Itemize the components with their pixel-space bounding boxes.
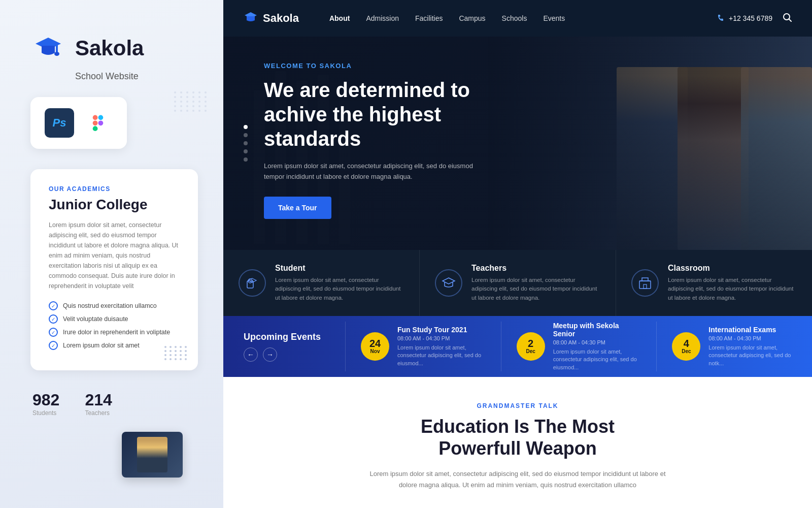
svg-rect-7 bbox=[98, 120, 104, 125]
event-desc-3: Lorem ipsum dolor sit amet, consectetur … bbox=[708, 344, 797, 367]
event-time-2: 08:00 AM - 04:30 PM bbox=[553, 339, 641, 345]
site-navbar: Sakola About Admission Facilities Campus… bbox=[223, 0, 812, 37]
events-list: 24 Nov Fun Study Tour 2021 08:00 AM - 04… bbox=[345, 322, 812, 371]
events-next-button[interactable]: → bbox=[263, 347, 277, 362]
photoshop-icon: Ps bbox=[45, 108, 74, 138]
grandmaster-description: Lorem ipsum dolor sit amet, consectetur … bbox=[360, 468, 675, 491]
svg-point-10 bbox=[784, 14, 790, 20]
event-title-2: Meetup with Sekola Senior bbox=[553, 322, 641, 338]
stat-teachers: 214 Teachers bbox=[85, 391, 112, 417]
site-logo-text: Sakola bbox=[263, 12, 299, 25]
event-date-badge-2: 2 Dec bbox=[517, 332, 545, 361]
stat-students: 982 Students bbox=[32, 391, 59, 417]
grandmaster-label: GRANDMASTER TALK bbox=[477, 402, 558, 409]
event-info-3: International Exams 08:00 AM - 04:30 PM … bbox=[708, 326, 797, 367]
search-icon[interactable] bbox=[783, 13, 792, 24]
checklist-item: Quis nostrud exercitation ullamco bbox=[49, 301, 180, 310]
check-icon bbox=[49, 328, 58, 337]
students-label: Students bbox=[32, 409, 59, 417]
event-info-2: Meetup with Sekola Senior 08:00 AM - 04:… bbox=[553, 322, 641, 371]
event-date-num-2: 2 bbox=[528, 338, 533, 348]
event-date-badge-3: 4 Dec bbox=[672, 332, 700, 361]
info-classroom-title: Classroom bbox=[668, 264, 797, 273]
right-panel: Sakola About Admission Facilities Campus… bbox=[223, 0, 812, 508]
nav-link-schools[interactable]: Schools bbox=[502, 14, 527, 22]
event-desc-2: Lorem ipsum dolor sit amet, consectetur … bbox=[553, 348, 641, 371]
events-navigation: ← → bbox=[244, 347, 345, 362]
info-student: Student Lorem ipsum dolor sit amet, cons… bbox=[223, 250, 420, 316]
event-title-3: International Exams bbox=[708, 326, 797, 334]
academics-label: OUR ACADEMICS bbox=[49, 185, 180, 193]
take-tour-button[interactable]: Take a Tour bbox=[264, 197, 331, 219]
site-nav-links: About Admission Facilities Campus School… bbox=[329, 14, 717, 22]
check-icon bbox=[49, 301, 58, 310]
nav-link-campus[interactable]: Campus bbox=[459, 14, 485, 22]
teachers-icon bbox=[435, 269, 462, 297]
events-section: Upcoming Events ← → 24 Nov Fun Study Tou… bbox=[223, 316, 812, 377]
site-logo: Sakola bbox=[244, 11, 299, 25]
info-teachers-desc: Lorem ipsum dolor sit amet, consectetur … bbox=[471, 276, 600, 302]
hero-content: WELCOME TO SAKOLA We are determined to a… bbox=[264, 62, 487, 219]
academics-card: OUR ACADEMICS Junior College Lorem ipsum… bbox=[30, 169, 198, 370]
info-student-title: Student bbox=[275, 264, 404, 273]
nav-link-about[interactable]: About bbox=[329, 14, 350, 22]
classroom-icon bbox=[631, 269, 659, 297]
event-date-num-3: 4 bbox=[684, 338, 689, 348]
event-date-badge-1: 24 Nov bbox=[361, 332, 389, 361]
svg-rect-16 bbox=[644, 284, 647, 289]
checklist-text: Lorem ipsum dolor sit amet bbox=[63, 342, 140, 349]
upcoming-events-title: Upcoming Events bbox=[244, 332, 345, 342]
svg-rect-6 bbox=[93, 120, 98, 125]
event-time-1: 08:00 AM - 04:30 PM bbox=[397, 335, 486, 341]
svg-rect-8 bbox=[93, 126, 98, 131]
slide-dot-4[interactable] bbox=[244, 149, 248, 153]
stats-row: 982 Students 214 Teachers bbox=[30, 391, 112, 417]
brand-title: Sakola bbox=[75, 38, 144, 59]
event-item-1: 24 Nov Fun Study Tour 2021 08:00 AM - 04… bbox=[345, 322, 501, 371]
events-label-area: Upcoming Events ← → bbox=[244, 332, 345, 362]
slide-dot-3[interactable] bbox=[244, 141, 248, 145]
svg-point-3 bbox=[54, 52, 59, 56]
event-title-1: Fun Study Tour 2021 bbox=[397, 326, 486, 334]
teachers-label: Teachers bbox=[85, 409, 112, 417]
nav-link-facilities[interactable]: Facilities bbox=[415, 14, 443, 22]
checklist-item: Lorem ipsum dolor sit amet bbox=[49, 341, 180, 350]
event-desc-1: Lorem ipsum dolor sit amet, consectetur … bbox=[397, 344, 486, 367]
left-panel: Sakola School Website Ps OUR ACADEMICS J… bbox=[0, 0, 223, 508]
slide-dot-2[interactable] bbox=[244, 133, 248, 137]
info-bar: Student Lorem ipsum dolor sit amet, cons… bbox=[223, 250, 812, 316]
graduation-cap-icon bbox=[30, 30, 66, 66]
info-classroom-desc: Lorem ipsum dolor sit amet, consectetur … bbox=[668, 276, 797, 302]
card-dots-decoration bbox=[164, 346, 188, 360]
nav-phone: +12 345 6789 bbox=[717, 14, 772, 22]
slide-dot-5[interactable] bbox=[244, 157, 248, 162]
checklist-text: Velit voluptate duisaute bbox=[63, 315, 128, 323]
svg-rect-5 bbox=[98, 115, 104, 120]
checklist-text: Irure dolor in reprehenderit in voliptat… bbox=[63, 329, 170, 336]
slide-dot-1[interactable] bbox=[244, 125, 248, 129]
event-info-1: Fun Study Tour 2021 08:00 AM - 04:30 PM … bbox=[397, 326, 486, 367]
dots-decoration bbox=[174, 91, 208, 112]
check-icon bbox=[49, 341, 58, 350]
event-item-3: 4 Dec International Exams 08:00 AM - 04:… bbox=[656, 322, 812, 371]
event-date-month-1: Nov bbox=[370, 348, 380, 354]
info-classroom: Classroom Lorem ipsum dolor sit amet, co… bbox=[616, 250, 812, 316]
checklist-item: Velit voluptate duisaute bbox=[49, 314, 180, 324]
hero-welcome-text: WELCOME TO SAKOLA bbox=[264, 62, 487, 70]
tool-icons-box: Ps bbox=[30, 97, 127, 149]
check-icon bbox=[49, 314, 58, 324]
site-logo-icon bbox=[244, 11, 258, 25]
figma-icon bbox=[83, 108, 113, 138]
svg-line-11 bbox=[789, 19, 791, 21]
info-teachers-title: Teachers bbox=[471, 264, 600, 273]
event-date-month-2: Dec bbox=[526, 348, 535, 354]
brand-area: Sakola bbox=[30, 30, 144, 66]
events-prev-button[interactable]: ← bbox=[244, 347, 258, 362]
nav-link-admission[interactable]: Admission bbox=[366, 14, 399, 22]
info-teachers: Teachers Lorem ipsum dolor sit amet, con… bbox=[420, 250, 616, 316]
student-icon bbox=[239, 269, 266, 297]
hero-description: Lorem ipsum dolor sit amet, consectetur … bbox=[264, 161, 487, 182]
svg-rect-2 bbox=[56, 44, 58, 53]
nav-link-events[interactable]: Events bbox=[543, 14, 565, 22]
grandmaster-heading: Education Is The MostPowerfull Weapon bbox=[421, 416, 615, 459]
